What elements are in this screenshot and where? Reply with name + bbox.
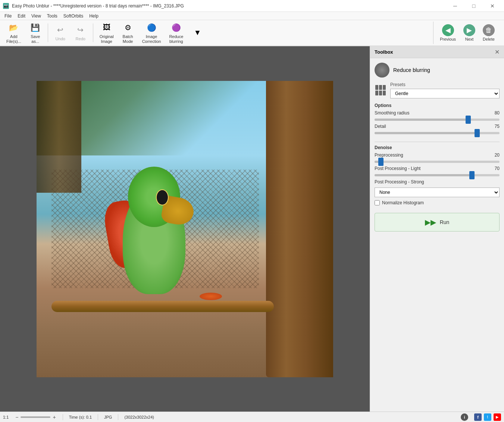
next-button[interactable]: ▶ Next	[460, 22, 479, 43]
redo-label: Redo	[76, 37, 85, 41]
batch-mode-button[interactable]: ⚙ BatchMode	[119, 20, 137, 46]
twitter-icon[interactable]: t	[484, 413, 491, 421]
reduce-blurring-button[interactable]: 🟣 Reduceblurring	[166, 20, 187, 46]
reduce-blurring-title: Reduce blurring	[393, 67, 430, 73]
titlebar-title: Easy Photo Unblur - ****Unregistered ver…	[12, 3, 184, 9]
status-divider-3	[118, 414, 118, 420]
zoom-out-button[interactable]: −	[15, 414, 19, 420]
format-display: JPG	[104, 415, 112, 419]
preprocessing-track[interactable]	[375, 161, 500, 163]
tree-right	[266, 81, 333, 377]
info-icon[interactable]: i	[461, 413, 468, 421]
menu-view[interactable]: View	[28, 13, 44, 19]
time-display: Time (s): 0.1	[69, 415, 92, 419]
social-icons: f t ▶	[474, 413, 501, 421]
detail-thumb[interactable]	[475, 129, 480, 137]
dimensions-display: (3022x3022x24)	[124, 415, 154, 419]
previous-icon: ◀	[442, 24, 454, 36]
reduce-blurring-section: Reduce blurring	[375, 63, 500, 78]
preprocessing-row: Preprocessing 20	[375, 152, 500, 163]
toolbar-sep-2	[93, 23, 93, 42]
reduce-blurring-icon: 🟣	[170, 22, 182, 34]
post-strong-label: Post Processing - Strong	[375, 179, 424, 185]
save-as-label: Saveas...	[31, 34, 40, 44]
presets-dropdown[interactable]: Gentle Normal Strong Very Strong	[390, 89, 500, 98]
zoom-controls: − +	[15, 414, 56, 420]
post-light-thumb[interactable]	[469, 171, 475, 179]
presets-icon	[375, 84, 386, 96]
smoothing-radius-value: 80	[488, 110, 500, 116]
maximize-button[interactable]: □	[465, 0, 482, 12]
redo-button[interactable]: ↪ Redo	[71, 22, 90, 43]
menu-softorbits[interactable]: SoftOrbits	[60, 13, 86, 19]
toolbox-panel: Toolbox ✕ Reduce blurring	[370, 46, 504, 412]
delete-button[interactable]: 🗑 Delete	[479, 22, 498, 43]
post-strong-dropdown[interactable]: None Light Medium Strong	[375, 188, 500, 197]
run-button[interactable]: ▶▶ Run	[375, 213, 500, 232]
undo-button[interactable]: ↩ Undo	[51, 22, 70, 43]
image-correction-button[interactable]: 🔵 ImageCorrection	[139, 20, 165, 46]
denoise-label: Denoise	[375, 142, 500, 150]
detail-track[interactable]	[375, 132, 500, 134]
image-area	[0, 46, 370, 412]
preprocessing-thumb[interactable]	[378, 158, 384, 166]
redo-icon: ↪	[75, 24, 87, 36]
image-correction-label: ImageCorrection	[142, 34, 161, 44]
smoothing-radius-fill	[375, 119, 468, 121]
batch-mode-label: BatchMode	[123, 34, 133, 44]
info-icon-section: i	[461, 413, 468, 421]
add-files-icon: 📂	[8, 22, 20, 34]
menu-tools[interactable]: Tools	[44, 13, 60, 19]
zoom-slider[interactable]	[21, 416, 50, 418]
original-image-label: OriginalImage	[100, 34, 114, 44]
status-divider-1	[63, 414, 63, 420]
delete-icon: 🗑	[483, 24, 495, 36]
minimize-button[interactable]: ─	[447, 0, 464, 12]
smoothing-radius-track[interactable]	[375, 119, 500, 121]
denoise-section: Denoise Preprocessing 20 Post Proces	[375, 142, 500, 205]
facebook-icon[interactable]: f	[474, 413, 482, 421]
post-light-track[interactable]	[375, 174, 500, 176]
more-tools-icon: ▼	[191, 26, 203, 38]
add-files-button[interactable]: 📂 AddFile(s)...	[3, 20, 25, 46]
presets-label: Presets	[390, 82, 500, 87]
normalize-checkbox[interactable]	[375, 200, 380, 205]
options-section: Options Smoothing radius 80 Detail	[375, 103, 500, 137]
smoothing-radius-label: Smoothing radius	[375, 110, 409, 116]
more-tools-button[interactable]: ▼	[188, 25, 207, 41]
toolbar-sep-1	[48, 23, 48, 42]
undo-icon: ↩	[54, 24, 66, 36]
smoothing-radius-thumb[interactable]	[466, 116, 471, 124]
grid-cell-5	[379, 91, 382, 95]
main-content: Toolbox ✕ Reduce blurring	[0, 46, 504, 412]
previous-button[interactable]: ◀ Previous	[436, 22, 459, 43]
close-button[interactable]: ✕	[484, 0, 501, 12]
normalize-label[interactable]: Normalize Histogram	[382, 200, 424, 205]
titlebar: 📷 Easy Photo Unblur - ****Unregistered v…	[0, 0, 504, 12]
toolbar: 📂 AddFile(s)... 💾 Saveas... ↩ Undo ↪ Red…	[0, 20, 504, 46]
zoom-in-button[interactable]: +	[52, 414, 56, 420]
save-as-button[interactable]: 💾 Saveas...	[26, 20, 45, 46]
toolbox-close-button[interactable]: ✕	[495, 48, 500, 56]
format-section: JPG	[104, 415, 112, 419]
app-icon: 📷	[3, 3, 9, 9]
reduce-blurring-tool-icon	[375, 63, 389, 78]
dimensions-section: (3022x3022x24)	[124, 415, 154, 419]
presets-section: Presets Gentle Normal Strong Very Strong	[375, 82, 500, 98]
save-icon: 💾	[29, 22, 41, 34]
post-light-label: Post Processing - Light	[375, 166, 420, 171]
smoothing-radius-row: Smoothing radius 80	[375, 110, 500, 121]
add-files-label: AddFile(s)...	[6, 34, 21, 44]
menu-file[interactable]: File	[1, 13, 15, 19]
undo-label: Undo	[56, 37, 65, 41]
post-strong-row: Post Processing - Strong None Light Medi…	[375, 179, 500, 197]
original-image-button[interactable]: 🖼 OriginalImage	[96, 20, 117, 46]
youtube-icon[interactable]: ▶	[494, 413, 501, 421]
original-image-icon: 🖼	[101, 22, 113, 34]
menu-edit[interactable]: Edit	[15, 13, 28, 19]
time-section: Time (s): 0.1	[69, 415, 92, 419]
menu-help[interactable]: Help	[86, 13, 101, 19]
options-label: Options	[375, 103, 500, 108]
delete-label: Delete	[483, 37, 495, 41]
post-light-value: 70	[488, 166, 500, 171]
